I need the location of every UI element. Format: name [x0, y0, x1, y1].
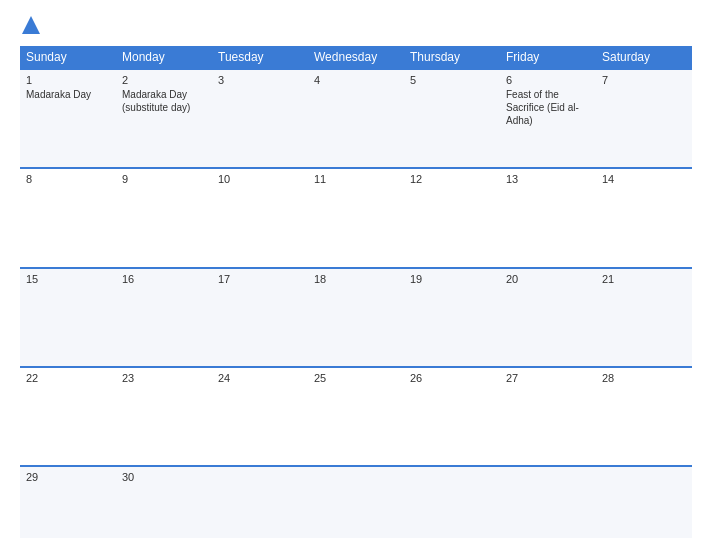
day-number: 5	[410, 74, 494, 86]
day-number: 10	[218, 173, 302, 185]
day-number: 23	[122, 372, 206, 384]
holiday-label: Madaraka Day	[26, 89, 91, 100]
weekday-header-wednesday: Wednesday	[308, 46, 404, 69]
day-number: 19	[410, 273, 494, 285]
calendar-cell: 2Madaraka Day (substitute day)	[116, 69, 212, 168]
calendar-cell: 26	[404, 367, 500, 466]
page: SundayMondayTuesdayWednesdayThursdayFrid…	[0, 0, 712, 550]
day-number: 26	[410, 372, 494, 384]
calendar-table: SundayMondayTuesdayWednesdayThursdayFrid…	[20, 46, 692, 538]
day-number: 4	[314, 74, 398, 86]
calendar-body: 1Madaraka Day2Madaraka Day (substitute d…	[20, 69, 692, 538]
day-number: 20	[506, 273, 590, 285]
calendar-cell: 10	[212, 168, 308, 267]
calendar-cell: 28	[596, 367, 692, 466]
day-number: 8	[26, 173, 110, 185]
day-number: 12	[410, 173, 494, 185]
calendar-cell	[308, 466, 404, 538]
calendar-cell	[404, 466, 500, 538]
day-number: 14	[602, 173, 686, 185]
calendar-cell: 12	[404, 168, 500, 267]
calendar-cell: 11	[308, 168, 404, 267]
calendar-cell: 21	[596, 268, 692, 367]
day-number: 13	[506, 173, 590, 185]
calendar-cell: 18	[308, 268, 404, 367]
day-number: 16	[122, 273, 206, 285]
weekday-header-tuesday: Tuesday	[212, 46, 308, 69]
calendar-cell: 29	[20, 466, 116, 538]
svg-marker-0	[22, 16, 40, 34]
calendar-cell: 15	[20, 268, 116, 367]
calendar-cell: 1Madaraka Day	[20, 69, 116, 168]
calendar-cell	[596, 466, 692, 538]
calendar-cell: 22	[20, 367, 116, 466]
calendar-cell: 20	[500, 268, 596, 367]
weekday-row: SundayMondayTuesdayWednesdayThursdayFrid…	[20, 46, 692, 69]
logo-icon	[22, 16, 40, 34]
calendar-cell: 25	[308, 367, 404, 466]
week-row-2: 891011121314	[20, 168, 692, 267]
weekday-header-friday: Friday	[500, 46, 596, 69]
calendar-cell: 30	[116, 466, 212, 538]
weekday-header-thursday: Thursday	[404, 46, 500, 69]
day-number: 7	[602, 74, 686, 86]
day-number: 6	[506, 74, 590, 86]
weekday-header-sunday: Sunday	[20, 46, 116, 69]
day-number: 27	[506, 372, 590, 384]
week-row-3: 15161718192021	[20, 268, 692, 367]
day-number: 15	[26, 273, 110, 285]
calendar-header: SundayMondayTuesdayWednesdayThursdayFrid…	[20, 46, 692, 69]
week-row-5: 2930	[20, 466, 692, 538]
header	[20, 16, 692, 36]
day-number: 9	[122, 173, 206, 185]
day-number: 29	[26, 471, 110, 483]
calendar-cell: 24	[212, 367, 308, 466]
holiday-label: Feast of the Sacrifice (Eid al-Adha)	[506, 89, 579, 126]
day-number: 24	[218, 372, 302, 384]
calendar-cell: 17	[212, 268, 308, 367]
logo	[20, 16, 40, 36]
calendar-cell: 13	[500, 168, 596, 267]
day-number: 28	[602, 372, 686, 384]
calendar-cell: 4	[308, 69, 404, 168]
day-number: 22	[26, 372, 110, 384]
week-row-4: 22232425262728	[20, 367, 692, 466]
weekday-header-monday: Monday	[116, 46, 212, 69]
day-number: 3	[218, 74, 302, 86]
calendar-cell: 8	[20, 168, 116, 267]
day-number: 17	[218, 273, 302, 285]
day-number: 11	[314, 173, 398, 185]
calendar-cell	[212, 466, 308, 538]
calendar-cell: 14	[596, 168, 692, 267]
calendar-cell: 3	[212, 69, 308, 168]
day-number: 1	[26, 74, 110, 86]
day-number: 2	[122, 74, 206, 86]
day-number: 30	[122, 471, 206, 483]
week-row-1: 1Madaraka Day2Madaraka Day (substitute d…	[20, 69, 692, 168]
day-number: 21	[602, 273, 686, 285]
calendar-cell: 7	[596, 69, 692, 168]
calendar-cell: 5	[404, 69, 500, 168]
calendar-cell: 16	[116, 268, 212, 367]
calendar-cell: 9	[116, 168, 212, 267]
calendar-cell: 19	[404, 268, 500, 367]
calendar-cell: 27	[500, 367, 596, 466]
weekday-header-saturday: Saturday	[596, 46, 692, 69]
calendar-cell	[500, 466, 596, 538]
day-number: 18	[314, 273, 398, 285]
calendar-cell: 6Feast of the Sacrifice (Eid al-Adha)	[500, 69, 596, 168]
day-number: 25	[314, 372, 398, 384]
calendar-cell: 23	[116, 367, 212, 466]
holiday-label: Madaraka Day (substitute day)	[122, 89, 190, 113]
